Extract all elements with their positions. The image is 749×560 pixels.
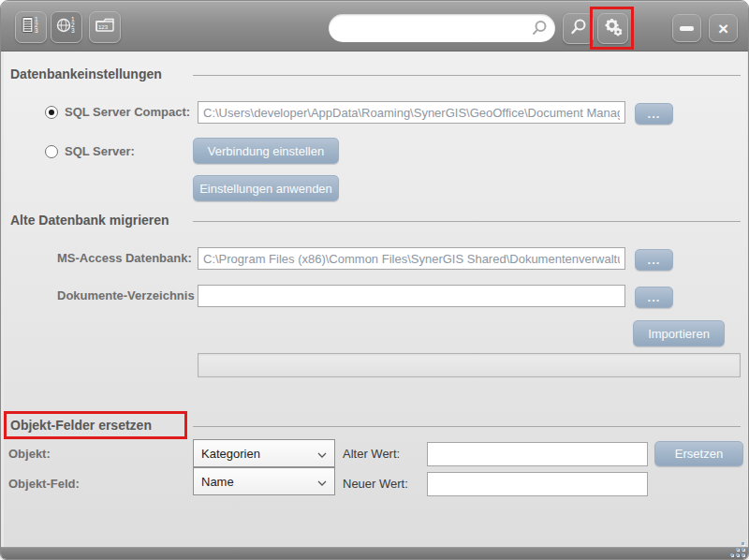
document-list-numbers-icon: 123: [20, 14, 42, 40]
section-title-database: Datenbankeinstellungen: [10, 66, 162, 81]
resize-grip[interactable]: [730, 542, 745, 557]
section-divider: [193, 75, 741, 76]
document-list-numbers-button[interactable]: 123: [15, 11, 47, 43]
label-new-value: Neuer Wert:: [343, 477, 408, 491]
close-icon: ×: [718, 20, 728, 37]
globe-numbers-button[interactable]: 123: [51, 11, 82, 43]
object-field-select-value: Name: [201, 475, 234, 489]
search-icon: [531, 20, 548, 40]
radio-sql-server[interactable]: [45, 145, 58, 158]
settings-panel: Datenbankeinstellungen SQL Server Compac…: [4, 52, 747, 549]
connect-button[interactable]: Verbindung einstellen: [193, 138, 339, 164]
red-annotation-replace-title: [4, 411, 187, 439]
label-old-value: Alter Wert:: [343, 447, 400, 461]
chevron-down-icon: [317, 447, 327, 461]
svg-text:3: 3: [35, 27, 38, 34]
label-sql-server-compact[interactable]: SQL Server Compact:: [65, 105, 190, 119]
object-select-value: Kategorien: [201, 447, 260, 461]
svg-text:3: 3: [71, 27, 75, 34]
folder-123-button[interactable]: 123: [89, 11, 121, 43]
label-object-field: Objekt-Feld:: [8, 477, 80, 491]
input-ms-access-path[interactable]: [198, 247, 625, 270]
magnifier-icon: [569, 18, 588, 40]
input-documents-directory[interactable]: [198, 285, 625, 307]
folder-123-text: 123: [98, 24, 109, 30]
label-ms-access: MS-Access Datenbank:: [57, 251, 192, 265]
label-documents-directory: Dokumente-Verzeichnis: [57, 288, 195, 302]
apply-settings-button[interactable]: Einstellungen anwenden: [193, 175, 339, 201]
browse-sql-compact-button[interactable]: ...: [635, 103, 673, 125]
section-title-migrate: Alte Datenbank migrieren: [10, 213, 169, 228]
input-sql-compact-path[interactable]: [198, 101, 625, 124]
folder-123-icon: 123: [94, 14, 116, 40]
close-button[interactable]: ×: [709, 14, 738, 42]
chevron-down-icon: [317, 475, 327, 489]
import-button[interactable]: Importieren: [633, 320, 725, 346]
input-new-value[interactable]: [427, 472, 648, 496]
radio-sql-server-compact[interactable]: [45, 106, 58, 119]
browse-ms-access-button[interactable]: ...: [635, 249, 673, 271]
window-bottom-bar: [1, 547, 749, 559]
replace-button[interactable]: Ersetzen: [654, 441, 743, 466]
section-divider: [193, 221, 741, 222]
search-input[interactable]: [340, 17, 525, 39]
minimize-icon: [680, 26, 694, 31]
toolbar: 123 123: [1, 1, 749, 52]
object-select[interactable]: Kategorien: [193, 439, 335, 467]
browse-documents-button[interactable]: ...: [635, 287, 673, 308]
input-old-value[interactable]: [427, 442, 648, 466]
section-divider: [193, 426, 741, 427]
import-progress-bar: [198, 353, 741, 377]
settings-window: 123 123: [0, 0, 749, 560]
search-box: [329, 14, 555, 42]
label-object: Objekt:: [8, 447, 51, 461]
red-annotation-gear-button: [590, 7, 634, 50]
minimize-button[interactable]: [672, 14, 701, 42]
object-field-select[interactable]: Name: [193, 467, 335, 495]
label-sql-server[interactable]: SQL Server:: [65, 144, 135, 158]
globe-numbers-icon: 123: [55, 14, 78, 40]
